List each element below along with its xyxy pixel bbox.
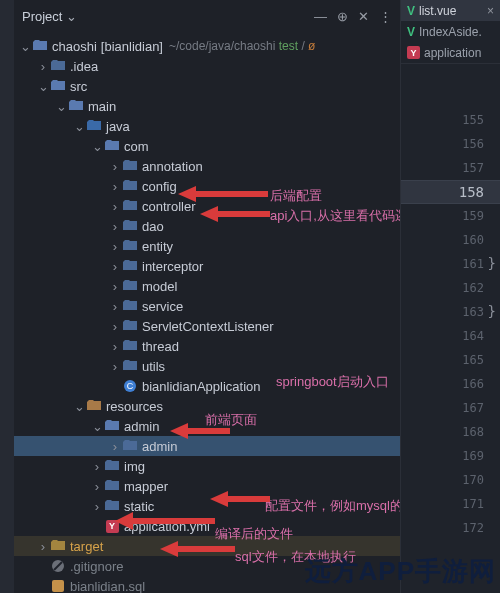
chevron-right-icon[interactable]: › xyxy=(108,439,122,454)
line-number[interactable]: 166 xyxy=(401,372,500,396)
hide-icon[interactable]: ✕ xyxy=(358,9,369,24)
root-path: ~/code/java/chaoshi test / ø xyxy=(169,39,315,53)
tree-item-service[interactable]: ›service xyxy=(14,296,400,316)
line-number[interactable]: 171 xyxy=(401,492,500,516)
tree-item-entity[interactable]: ›entity xyxy=(14,236,400,256)
editor-pane: Vlist.vue× VIndexAside. Yapplication 155… xyxy=(400,0,500,593)
chevron-right-icon[interactable]: › xyxy=(108,299,122,314)
chevron-down-icon[interactable]: ⌄ xyxy=(90,139,104,154)
tree-item-admin2[interactable]: ›admin xyxy=(14,436,400,456)
project-tree[interactable]: ⌄ chaoshi [bianlidian] ~/code/java/chaos… xyxy=(14,32,400,593)
chevron-down-icon[interactable]: ⌄ xyxy=(36,79,50,94)
line-number[interactable]: 163 xyxy=(401,300,500,324)
tree-item-dao[interactable]: ›dao xyxy=(14,216,400,236)
tab-application[interactable]: Yapplication xyxy=(401,42,500,63)
line-number[interactable]: 156 xyxy=(401,132,500,156)
tree-item-annotation[interactable]: ›annotation xyxy=(14,156,400,176)
more-icon[interactable]: ⋮ xyxy=(379,9,392,24)
line-number[interactable]: 164 xyxy=(401,324,500,348)
chevron-right-icon[interactable]: › xyxy=(108,159,122,174)
expand-icon[interactable]: ⊕ xyxy=(337,9,348,24)
tree-item-src[interactable]: ⌄ src xyxy=(14,76,400,96)
tree-item-admin1[interactable]: ⌄admin xyxy=(14,416,400,436)
line-number[interactable]: 170 xyxy=(401,468,500,492)
activity-bar[interactable] xyxy=(0,0,14,593)
package-icon xyxy=(122,200,138,212)
chevron-down-icon[interactable]: ⌄ xyxy=(66,9,77,24)
tree-item-main[interactable]: ⌄ main xyxy=(14,96,400,116)
line-number[interactable]: 161 xyxy=(401,252,500,276)
line-number[interactable]: 155 xyxy=(401,108,500,132)
line-number[interactable]: 165 xyxy=(401,348,500,372)
chevron-down-icon[interactable]: ⌄ xyxy=(18,39,32,54)
chevron-right-icon[interactable]: › xyxy=(90,479,104,494)
package-icon xyxy=(122,320,138,332)
line-number[interactable]: 167 xyxy=(401,396,500,420)
folder-icon xyxy=(86,120,102,132)
package-icon xyxy=(122,180,138,192)
panel-title[interactable]: Project xyxy=(22,9,62,24)
tree-item-utils[interactable]: ›utils xyxy=(14,356,400,376)
package-icon xyxy=(122,280,138,292)
collapse-icon[interactable]: — xyxy=(314,9,327,24)
tree-item-resources[interactable]: ⌄resources xyxy=(14,396,400,416)
folder-icon xyxy=(104,460,120,472)
line-number[interactable]: 159 xyxy=(401,204,500,228)
tree-item-java[interactable]: ⌄ java xyxy=(14,116,400,136)
watermark: 远方APP手游网 xyxy=(305,554,496,589)
chevron-right-icon[interactable]: › xyxy=(108,199,122,214)
line-number[interactable]: 157 xyxy=(401,156,500,180)
vue-icon: V xyxy=(407,4,415,18)
tree-item-static[interactable]: ›static xyxy=(14,496,400,516)
line-number[interactable]: 158 xyxy=(401,180,500,204)
chevron-right-icon[interactable]: › xyxy=(36,539,50,554)
package-icon xyxy=(122,360,138,372)
package-icon xyxy=(122,340,138,352)
tree-root[interactable]: ⌄ chaoshi [bianlidian] ~/code/java/chaos… xyxy=(14,36,400,56)
chevron-right-icon[interactable]: › xyxy=(108,179,122,194)
tree-item-target[interactable]: ›target xyxy=(14,536,400,556)
tree-item-app[interactable]: CbianlidianApplication xyxy=(14,376,400,396)
chevron-right-icon[interactable]: › xyxy=(108,239,122,254)
folder-icon xyxy=(104,420,120,432)
line-number[interactable]: 169 xyxy=(401,444,500,468)
folder-icon xyxy=(122,440,138,452)
chevron-right-icon[interactable]: › xyxy=(108,359,122,374)
folder-icon xyxy=(68,100,84,112)
chevron-right-icon[interactable]: › xyxy=(108,279,122,294)
tree-item-idea[interactable]: › .idea xyxy=(14,56,400,76)
yaml-icon: Y xyxy=(104,520,120,533)
line-number[interactable]: 160 xyxy=(401,228,500,252)
tree-item-model[interactable]: ›model xyxy=(14,276,400,296)
line-gutter[interactable]: 1551561571581591601611621631641651661671… xyxy=(401,64,500,540)
tree-item-scl[interactable]: ›ServletContextListener xyxy=(14,316,400,336)
tab-listvue[interactable]: Vlist.vue× xyxy=(401,0,500,21)
line-number[interactable]: 172 xyxy=(401,516,500,540)
chevron-down-icon[interactable]: ⌄ xyxy=(72,399,86,414)
line-number[interactable]: 162 xyxy=(401,276,500,300)
chevron-down-icon[interactable]: ⌄ xyxy=(90,419,104,434)
chevron-down-icon[interactable]: ⌄ xyxy=(72,119,86,134)
folder-icon xyxy=(50,60,66,72)
chevron-right-icon[interactable]: › xyxy=(108,219,122,234)
chevron-right-icon[interactable]: › xyxy=(108,259,122,274)
tree-item-config[interactable]: ›config xyxy=(14,176,400,196)
close-icon[interactable]: × xyxy=(487,4,494,18)
chevron-right-icon[interactable]: › xyxy=(108,319,122,334)
tree-item-com[interactable]: ⌄ com xyxy=(14,136,400,156)
chevron-right-icon[interactable]: › xyxy=(36,59,50,74)
tab-indexaside[interactable]: VIndexAside. xyxy=(401,21,500,42)
tree-item-thread[interactable]: ›thread xyxy=(14,336,400,356)
tree-item-mapper[interactable]: ›mapper xyxy=(14,476,400,496)
chevron-right-icon[interactable]: › xyxy=(108,339,122,354)
chevron-right-icon[interactable]: › xyxy=(90,499,104,514)
root-alias: [bianlidian] xyxy=(101,39,163,54)
tree-item-interceptor[interactable]: ›interceptor xyxy=(14,256,400,276)
tree-item-img[interactable]: ›img xyxy=(14,456,400,476)
chevron-down-icon[interactable]: ⌄ xyxy=(54,99,68,114)
line-number[interactable]: 168 xyxy=(401,420,500,444)
tree-item-controller[interactable]: ›controller xyxy=(14,196,400,216)
folder-icon xyxy=(104,500,120,512)
tree-item-appyml[interactable]: Yapplication.yml xyxy=(14,516,400,536)
chevron-right-icon[interactable]: › xyxy=(90,459,104,474)
